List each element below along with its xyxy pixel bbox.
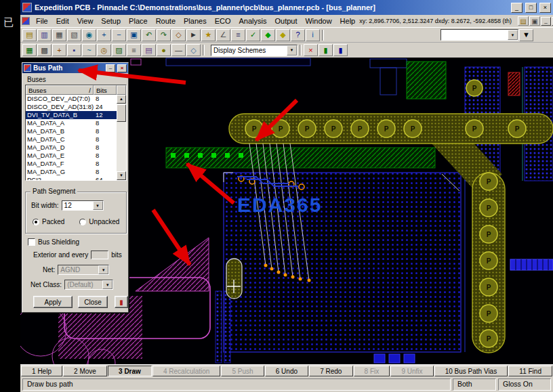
close-dialog-button[interactable]: Close [78,296,108,308]
align-icon[interactable]: ≡ [231,29,245,41]
packed-radio[interactable] [33,219,39,225]
scroll-down-icon[interactable]: ▼ [117,171,126,180]
measure-icon[interactable]: ∠ [216,29,230,41]
function-key-button[interactable]: 8 Fix [354,366,390,376]
status-panel-both[interactable]: Both [453,378,496,391]
pad-icon[interactable]: ● [157,44,171,56]
column-header-bits[interactable]: Bits [94,85,117,95]
plane-icon[interactable]: ▨ [112,44,126,56]
MA_DATA_G[interactable]: MA_DATA_G 8 [26,168,117,176]
delete-icon[interactable]: × [304,44,318,56]
place-part-icon[interactable]: ▪ [67,44,81,56]
minimize-button[interactable]: _ [511,3,523,13]
PCI2[interactable]: PCI2 64 [26,176,117,181]
book-blue-icon[interactable]: ▮ [333,44,348,56]
function-key-button[interactable]: 10 Bus Path Vias [434,366,508,376]
origin-icon[interactable]: + [52,44,66,56]
MA_DATA_B[interactable]: MA_DATA_B 8 [26,127,117,135]
function-key-button[interactable]: 2 Move [63,366,107,376]
function-key-button[interactable]: 7 Redo [309,366,352,376]
bus-shielding-checkbox[interactable] [28,238,35,246]
bus-path-dialog-titlebar[interactable]: Bus Path – × [22,63,128,73]
net-class-combobox[interactable]: (Default) ▼ [64,280,113,290]
menu-item[interactable]: Route [152,16,180,26]
select-icon[interactable]: ► [186,29,201,41]
tile-windows-icon[interactable]: ▤ [518,16,529,26]
plot-icon[interactable]: ▧ [67,29,81,41]
dialog-close-button[interactable]: × [117,64,127,72]
chevron-down-icon[interactable]: ▼ [98,265,108,274]
help-book-icon[interactable]: ▮ [115,296,128,308]
function-key-button[interactable]: 3 Draw [108,366,152,376]
layers-icon[interactable]: ▤ [142,44,156,56]
scroll-up-icon[interactable]: ▲ [117,95,126,104]
menu-item[interactable]: Setup [97,16,125,26]
cell-select-combobox[interactable]: ▼ [441,29,518,41]
function-key-button[interactable]: 11 Find [508,366,552,376]
MA_DATA_D[interactable]: MA_DATA_D 8 [26,144,117,152]
column-header-buses[interactable]: Buses/ [26,85,94,95]
filter-icon[interactable]: ▼ [519,29,533,41]
DISCO_DEV_AD(31:8)[interactable]: DISCO_DEV_AD(31:8) 24 [26,103,117,111]
search-icon[interactable]: ◉ [82,29,96,41]
netline-icon[interactable]: ≡ [127,44,141,56]
print-icon[interactable]: ▦ [52,29,66,41]
grid-icon[interactable]: ▩ [37,44,52,56]
check-icon[interactable]: ✓ [246,29,260,41]
info-icon[interactable]: i [306,29,320,41]
net-combobox[interactable]: AGND ▼ [58,265,109,275]
scrollbar-thumb[interactable] [117,104,126,122]
function-key-button[interactable]: 1 Help [21,366,62,376]
chevron-down-icon[interactable]: ▼ [287,45,297,56]
diamond-yellow-icon[interactable]: ◆ [276,29,290,41]
previous-view-icon[interactable]: ↶ [142,29,156,41]
next-view-icon[interactable]: ↷ [157,29,171,41]
buses-table-scrollbar[interactable]: ▲ ▼ [117,95,126,180]
child-minimize-button[interactable]: _ [541,17,551,26]
route-icon[interactable]: ~ [82,44,96,56]
menu-item[interactable]: Output [270,16,301,26]
cascade-windows-icon[interactable]: ▣ [529,16,540,26]
menu-item[interactable]: Window [301,16,335,26]
zoom-fit-icon[interactable]: ▣ [127,29,141,41]
shape-icon[interactable]: ◇ [186,44,201,56]
status-panel-gloss[interactable]: Gloss On [498,378,551,391]
menu-item[interactable]: Edit [52,16,73,26]
apply-button[interactable]: Apply [33,296,73,308]
function-key-button[interactable]: 9 Unfix [390,366,433,376]
pan-icon[interactable]: ◇ [171,29,186,41]
book-green-icon[interactable]: ▮ [319,44,333,56]
help-icon[interactable]: ? [291,29,305,41]
MA_DATA_A[interactable]: MA_DATA_A 8 [26,119,117,127]
menu-item[interactable]: Help [336,16,360,26]
maximize-button[interactable]: □ [525,3,537,13]
zoom-in-icon[interactable]: + [97,29,111,41]
save-icon[interactable]: ▥ [37,29,52,41]
DVI_TV_DATA_B[interactable]: DVI_TV_DATA_B 12 [26,111,117,119]
menu-item[interactable]: Planes [180,16,211,26]
menu-item[interactable]: ECO [211,16,235,26]
bit-width-combobox[interactable]: 12 ▼ [62,200,104,211]
close-button[interactable]: × [539,3,551,13]
menu-item[interactable]: File [32,16,52,26]
DISCO_DEV_AD(7:0)[interactable]: DISCO_DEV_AD(7:0) 8 [26,95,117,103]
menu-item[interactable]: View [73,16,98,26]
via-icon[interactable]: ◎ [97,44,111,56]
MA_DATA_E[interactable]: MA_DATA_E 8 [26,152,117,160]
menu-item[interactable]: Place [125,16,152,26]
open-icon[interactable]: ▤ [22,29,37,41]
MA_DATA_C[interactable]: MA_DATA_C 8 [26,135,117,144]
menu-item[interactable]: Analysis [234,16,270,26]
unpacked-radio[interactable] [79,219,86,225]
exterior-bits-input[interactable] [91,251,108,259]
dialog-minimize-button[interactable]: – [106,64,115,72]
diamond-green-icon[interactable]: ◆ [261,29,275,41]
function-key-button[interactable]: 4 Recalculation [152,366,221,376]
zoom-out-icon[interactable]: − [112,29,126,41]
board-icon[interactable]: ▦ [22,44,37,56]
function-key-button[interactable]: 6 Undo [265,366,308,376]
MA_DATA_F[interactable]: MA_DATA_F 8 [26,160,117,168]
chevron-down-icon[interactable]: ▼ [508,30,518,40]
function-key-button[interactable]: 5 Push [221,366,264,376]
display-schemes-combobox[interactable]: Display Schemes ▼ [211,45,298,56]
